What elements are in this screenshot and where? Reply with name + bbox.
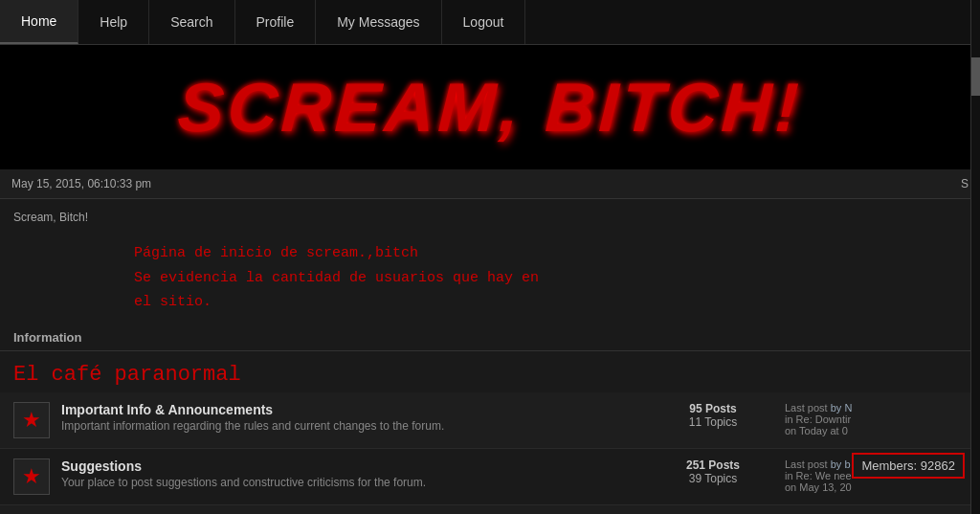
forum-posts: 95 Posts bbox=[651, 402, 775, 415]
forum-info: Important Info & Announcements Important… bbox=[61, 402, 651, 433]
nav-help[interactable]: Help bbox=[78, 0, 149, 44]
top-row: Scream, Bitch! Members: 92862 bbox=[0, 199, 980, 232]
datebar-right: S bbox=[961, 177, 969, 190]
lastpost-in: in Re: We nee bbox=[785, 470, 852, 481]
forum-name[interactable]: Important Info & Announcements bbox=[61, 402, 651, 417]
main-content: Scream, Bitch! Members: 92862 Página de … bbox=[0, 199, 980, 514]
lastpost-by[interactable]: by b bbox=[831, 458, 851, 470]
welcome-line3: el sitio. bbox=[134, 290, 961, 315]
nav-profile[interactable]: Profile bbox=[235, 0, 317, 44]
navbar: Home Help Search Profile My Messages Log… bbox=[0, 0, 980, 45]
forum-stats: 95 Posts 11 Topics bbox=[651, 402, 775, 429]
nav-search[interactable]: Search bbox=[149, 0, 234, 44]
scrollbar-thumb[interactable] bbox=[971, 57, 980, 96]
nav-home[interactable]: Home bbox=[0, 0, 78, 44]
forum-name[interactable]: Suggestions bbox=[61, 458, 651, 474]
lastpost-on: on May 13, 20 bbox=[785, 481, 852, 493]
lastpost-on: on Today at 0 bbox=[785, 425, 848, 436]
forum-desc: Important information regarding the rule… bbox=[61, 419, 651, 433]
forum-topics: 11 Topics bbox=[651, 415, 775, 429]
lastpost-by[interactable]: by N bbox=[831, 402, 853, 413]
forum-topics: 39 Topics bbox=[651, 472, 775, 485]
forum-icon: ★ bbox=[13, 402, 50, 438]
welcome-line1: Página de inicio de scream.,bitch bbox=[134, 241, 961, 266]
star-icon: ★ bbox=[22, 408, 41, 433]
nav-logout[interactable]: Logout bbox=[442, 0, 526, 44]
forum-icon: ★ bbox=[13, 458, 50, 495]
datetime-label: May 15, 2015, 06:10:33 pm bbox=[11, 177, 151, 190]
banner-title: sCREAM, BiTCH! bbox=[176, 68, 804, 146]
star-icon: ★ bbox=[22, 464, 41, 489]
banner: sCREAM, BiTCH! bbox=[0, 45, 980, 169]
forum-info: Suggestions Your place to post suggestio… bbox=[61, 458, 651, 489]
lastpost-label: Last post bbox=[785, 402, 828, 413]
forum-row: ★ Suggestions Your place to post suggest… bbox=[0, 449, 980, 505]
forum-list: ★ Important Info & Announcements Importa… bbox=[0, 392, 980, 515]
section-header: Information bbox=[0, 324, 980, 351]
forum-desc: Your place to post suggestions and const… bbox=[61, 476, 651, 489]
forum-stats: 251 Posts 39 Topics bbox=[651, 458, 775, 485]
cafe-header: El café paranormal bbox=[0, 351, 980, 392]
scrollbar[interactable] bbox=[970, 0, 980, 514]
forum-row: ★ Links Some handy links to other places… bbox=[0, 505, 980, 515]
lastpost-in: in Re: Downtir bbox=[785, 413, 851, 425]
breadcrumb: Scream, Bitch! bbox=[13, 211, 88, 224]
welcome-section: Página de inicio de scream.,bitch Se evi… bbox=[0, 232, 980, 324]
welcome-line2: Se evidencia la cantidad de usuarios que… bbox=[134, 266, 961, 291]
forum-row: ★ Important Info & Announcements Importa… bbox=[0, 392, 980, 449]
lastpost-label: Last post bbox=[785, 458, 828, 470]
members-badge: Members: 92862 bbox=[852, 453, 965, 479]
date-bar: May 15, 2015, 06:10:33 pm S bbox=[0, 169, 980, 199]
forum-posts: 251 Posts bbox=[651, 458, 775, 472]
forum-lastpost: Last post by N in Re: Downtir on Today a… bbox=[775, 402, 967, 436]
nav-messages[interactable]: My Messages bbox=[316, 0, 441, 44]
